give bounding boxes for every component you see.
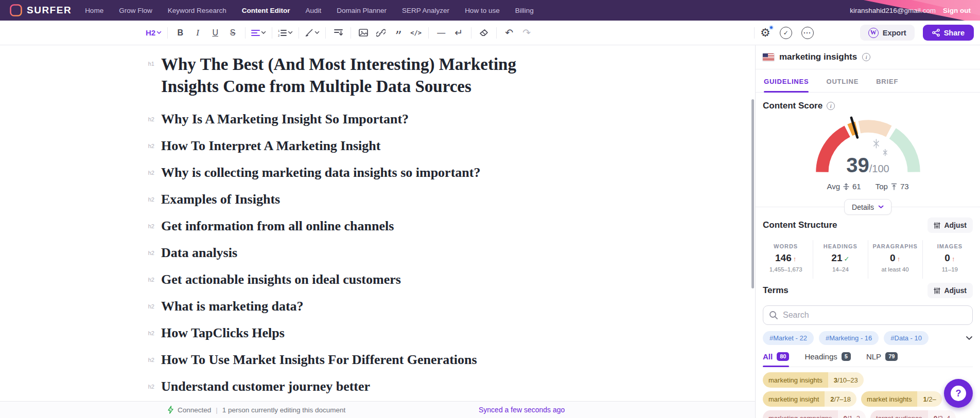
search-input[interactable] (763, 305, 973, 325)
filter-tab-count-badge: 5 (842, 352, 851, 361)
editor-scrollbar[interactable] (751, 99, 754, 288)
adjust-structure-button[interactable]: Adjust (927, 217, 973, 233)
nav-item[interactable]: Content Editor (242, 7, 290, 14)
clear-formatting-button[interactable] (477, 25, 491, 41)
heading-text[interactable]: How To Interpret A Marketing Insight (161, 138, 380, 154)
nav-item[interactable]: How to use (465, 7, 500, 14)
term-chip[interactable]: marketing insights 3/10–23 (763, 372, 864, 388)
heading-text[interactable]: How TapClicks Helps (161, 325, 285, 341)
bold-button[interactable]: B (173, 25, 187, 41)
editor-toolbar: H2 B I U S 12 ” </> — ↵ ↶ ↷ ⚙ ✓ · (0, 21, 980, 45)
topic-pill[interactable]: #Market - 22 (763, 331, 814, 345)
underline-button[interactable]: U (208, 25, 222, 41)
structure-stat: IMAGES 0↑ 11–19 (922, 240, 977, 279)
document-title: marketing insights (779, 52, 857, 62)
topic-pills: #Market - 22 #Marketing - 16 #Data - 10 (763, 331, 973, 345)
share-button[interactable]: Share (923, 25, 974, 41)
info-icon[interactable]: i (827, 102, 835, 110)
export-button[interactable]: W Export (860, 25, 915, 41)
ordered-list-icon: 12 (278, 29, 287, 37)
nav-item[interactable]: Home (85, 7, 103, 14)
list-dropdown[interactable]: 12 (278, 25, 293, 41)
svg-text:2: 2 (278, 34, 280, 37)
doc-heading-row: h2 Why is collecting marketing data insi… (131, 159, 755, 186)
toolbar-separator (325, 27, 326, 39)
toolbar-separator (272, 27, 272, 39)
heading-level-label: h2 (131, 330, 154, 336)
line-break-button[interactable]: ↵ (452, 25, 465, 41)
doc-heading-row: h2 Examples of Insights (131, 186, 755, 213)
terms-filter-tab[interactable]: Headings 5 (804, 352, 851, 367)
heading-text[interactable]: What is marketing data? (161, 299, 304, 314)
code-block-button[interactable]: </> (409, 25, 423, 41)
adjust-terms-button[interactable]: Adjust (927, 283, 973, 298)
blockquote-button[interactable]: ” (392, 25, 405, 41)
score-denominator: /100 (869, 163, 889, 174)
nav-item[interactable]: Keyword Research (168, 7, 226, 14)
document-editor[interactable]: h1 Why The Best (And Most Interesting) M… (0, 45, 755, 418)
heading-text[interactable]: Why is collecting marketing data insight… (161, 165, 480, 180)
expand-topics-button[interactable] (966, 336, 973, 340)
heading-text[interactable]: How To Use Market Insights For Different… (161, 352, 477, 368)
heading-text[interactable]: Why Is A Marketing Insight So Important? (161, 112, 409, 127)
strikethrough-button[interactable]: S (226, 25, 239, 41)
nav-item[interactable]: SERP Analyzer (402, 7, 449, 14)
sidebar-tab[interactable]: OUTLINE (826, 78, 859, 92)
terms-search (763, 305, 973, 325)
synced-status: Synced a few seconds ago (479, 406, 565, 414)
nav-item[interactable]: Domain Planner (337, 7, 387, 14)
details-button[interactable]: Details (844, 199, 891, 215)
sign-out-link[interactable]: Sign out (943, 7, 971, 14)
brand-name: SURFER (27, 5, 72, 16)
heading-text[interactable]: Get information from all online channels (161, 219, 394, 234)
heading-text[interactable]: Get actionable insights on ideal custome… (161, 272, 401, 287)
term-count: 0/1–2 (838, 410, 866, 418)
stat-indicator-icon: ✓ (844, 255, 849, 263)
heading-text[interactable]: Examples of Insights (161, 192, 280, 207)
toolbar-separator (351, 27, 351, 39)
stat-label: IMAGES (924, 243, 976, 249)
topic-pill[interactable]: #Data - 10 (884, 331, 929, 345)
heading-level-label: h2 (131, 170, 154, 176)
top-label: Top (876, 182, 888, 191)
top-score: Top 73 (876, 182, 909, 191)
horizontal-rule-button[interactable]: — (434, 25, 448, 41)
surfer-logo[interactable]: SURFER (9, 4, 72, 17)
nav-item[interactable]: Grow Flow (119, 7, 152, 14)
nav-item[interactable]: Billing (515, 7, 534, 14)
guidelines-sidebar: marketing insights i GUIDELINES OUTLINE … (755, 45, 980, 418)
insert-link-button[interactable] (374, 25, 388, 41)
text-align-dropdown[interactable] (251, 25, 266, 41)
top-nav: SURFER Home Grow Flow Keyword Research C… (0, 0, 980, 21)
nav-item[interactable]: Audit (305, 7, 321, 14)
insert-image-button[interactable] (357, 25, 370, 41)
term-chip[interactable]: marketing campaigns 0/1–2 (763, 410, 866, 418)
terms-filter-tab[interactable]: All 80 (763, 352, 789, 367)
topic-pill[interactable]: #Marketing - 16 (819, 331, 879, 345)
redo-button[interactable]: ↷ (520, 25, 533, 41)
heading-style-label: H2 (146, 28, 155, 37)
undo-button[interactable]: ↶ (502, 25, 516, 41)
indent-button[interactable] (331, 25, 345, 41)
term-name: target audience (870, 410, 928, 418)
term-chip[interactable]: marketing insight 2/7–18 (763, 391, 856, 407)
term-chip[interactable]: market insights 1/2– (861, 391, 942, 407)
chevron-down-icon (288, 31, 293, 34)
settings-button[interactable]: ⚙ (760, 27, 771, 39)
more-options-button[interactable]: ··· (801, 27, 814, 39)
heading-text[interactable]: Why The Best (And Most Interesting) Mark… (161, 53, 578, 98)
term-chip[interactable]: target audience 0/2–4 (870, 410, 956, 418)
info-icon[interactable]: i (862, 53, 870, 61)
format-paint-dropdown[interactable] (305, 25, 320, 41)
terms-filter-tab[interactable]: NLP 79 (866, 352, 898, 367)
italic-button[interactable]: I (191, 25, 204, 41)
sidebar-tab[interactable]: BRIEF (876, 78, 898, 92)
tasks-check-button[interactable]: ✓ (780, 27, 792, 39)
heading-text[interactable]: Understand customer journey better (161, 379, 370, 394)
avg-label: Avg (827, 182, 840, 191)
sidebar-tab[interactable]: GUIDELINES (764, 78, 809, 92)
heading-level-label: h2 (131, 223, 154, 229)
help-button[interactable]: ? (944, 379, 973, 408)
heading-style-dropdown[interactable]: H2 (146, 25, 162, 41)
heading-text[interactable]: Data analysis (161, 245, 237, 261)
